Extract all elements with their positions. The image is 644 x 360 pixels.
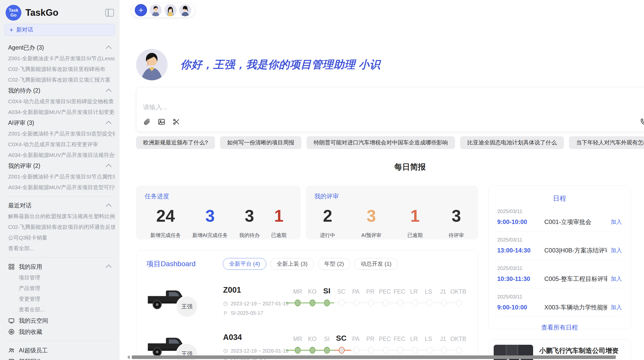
event-date: 2025/03/11	[497, 265, 622, 271]
item-label: 我的收藏	[19, 328, 42, 336]
join-link[interactable]: 加入	[611, 304, 622, 311]
scissors-icon[interactable]	[172, 118, 180, 126]
tab-new-platform[interactable]: 全新平台 (4)	[223, 258, 266, 270]
item-label: AI超级员工	[19, 347, 48, 354]
stat-pending-review: 3 待评审	[449, 207, 464, 239]
dashboard-title: 项目Dashboard	[147, 259, 223, 269]
sidebar-item-my-apps[interactable]: 我的应用	[5, 261, 115, 272]
section-title: 我的待办 (2)	[8, 87, 40, 95]
event-name: X003-车辆动力学性能验...	[544, 303, 607, 311]
event-time: 10:30-11:30	[497, 275, 544, 282]
sidebar-item-write-helper[interactable]: 帮我写作	[5, 356, 115, 360]
list-item[interactable]: A034-全新新能源MUV产品开发项目计划变更表编写	[5, 107, 115, 117]
list-item[interactable]: A034-全新新能源MUV产品开发项目造型可行性评审	[5, 182, 115, 193]
sidebar-item-ai-staff[interactable]: AI超级员工	[5, 345, 115, 356]
section-agent-done[interactable]: Agent已办 (3)	[5, 42, 115, 53]
suggestion-chip[interactable]: 欧洲新规最近颁布了什么?	[136, 136, 215, 149]
project-visual: 王强	[147, 283, 211, 317]
chevron-up-icon	[106, 121, 112, 127]
main-content: 你好，王强，我是你的项目管理助理 小识 欧洲新规最近颁布了什么? 如何写一份清晰…	[120, 49, 644, 360]
section-my-review[interactable]: 我的评审 (2)	[5, 160, 115, 171]
schedule-event: 2025/03/11 13:00-14:30 C003|H0B-方案冻结评审 加…	[497, 231, 622, 260]
chevron-up-icon	[106, 88, 112, 94]
suggestion-chip[interactable]: 如何写一份清晰的项目周报	[220, 136, 301, 149]
event-name: C001-立项审批会	[544, 218, 607, 226]
suggestion-chip[interactable]: 特朗普可能对进口汽车增税会对中国车企造成哪些影响	[306, 136, 455, 149]
sidebar-item-favorites[interactable]: 我的收藏	[5, 326, 115, 337]
list-item[interactable]: Z001-全新燃油皮卡产品开发项目SI节点Lesson Learn报告	[5, 53, 115, 64]
app-logo: Task Go	[6, 5, 21, 21]
scroll-left-arrow[interactable]	[127, 355, 130, 359]
list-item[interactable]: 公司Q3轻卡销量	[5, 232, 115, 243]
dashboard-tabs: 全新平台 (4) 全新上装 (3) 年型 (2) 动总开发 (1)	[223, 258, 398, 270]
section-my-todo[interactable]: 我的待办 (2)	[5, 85, 115, 96]
scrollbar-thumb[interactable]	[132, 355, 616, 359]
composer	[136, 87, 644, 132]
view-all-schedule-link[interactable]: 查看所有日程	[497, 323, 622, 332]
suggestion-chips: 欧洲新规最近颁布了什么? 如何写一份清晰的项目周报 特朗普可能对进口汽车增税会对…	[136, 136, 644, 149]
sidebar-collapse-icon[interactable]	[105, 9, 114, 17]
sidebar-item-change-mgmt[interactable]: 变更管理	[5, 294, 115, 304]
suggestion-chip[interactable]: 当下年轻人对汽车外观有怎样的喜好趋势	[569, 136, 644, 149]
list-item[interactable]: C0X4-动力总成开发项目SI里程碑提交物检查	[5, 96, 115, 107]
event-time: 13:00-14:30	[497, 247, 544, 254]
task-progress-card: 任务进度 24 新增完成任务 3 新增AI完成任务	[136, 186, 301, 239]
logo-line1: Task	[9, 8, 18, 13]
list-item[interactable]: C02-飞腾新能源轻客改款项目的闭环通告反馈情况	[5, 222, 115, 232]
tab-model-year[interactable]: 年型 (2)	[318, 258, 350, 270]
card-title: 我的评审	[314, 192, 470, 200]
suggestion-chip[interactable]: 比亚迪全固态电池计划具体说了什么	[460, 136, 564, 149]
new-chat-label: 新对话	[16, 26, 33, 34]
list-item[interactable]: 解释最新出台的欧盟报废车法规再生塑料比例被调至15%...	[5, 211, 115, 222]
join-link[interactable]: 加入	[611, 247, 622, 254]
tab-powertrain[interactable]: 动总开发 (1)	[354, 258, 398, 270]
attachment-icon[interactable]	[143, 118, 151, 126]
sidebar-item-cloud-space[interactable]: 我的云空间	[5, 315, 115, 326]
sidebar-item-product-mgmt[interactable]: 产品管理	[5, 283, 115, 294]
stat-overdue: 1 已逾期	[271, 207, 286, 239]
project-name: Z001	[223, 286, 290, 295]
topbar: + 王强	[120, 0, 644, 18]
list-item[interactable]: Z001-全新燃油轻卡产品开发项目SI造型提交物评审	[5, 128, 115, 139]
project-owner-badge: 王强	[176, 296, 198, 318]
card-title: 任务进度	[145, 192, 292, 200]
join-link[interactable]: 加入	[611, 275, 622, 283]
assistant-avatar	[136, 49, 168, 80]
current-milestone-label: SI	[319, 287, 334, 295]
greeting-text: 你好，王强，我是你的项目管理助理 小识	[180, 57, 380, 72]
timeline-nodes	[290, 298, 466, 307]
apps-grid-icon	[8, 263, 15, 270]
schedule-event: 2025/03/11 9:00-10:00 C001-立项审批会 加入	[497, 203, 622, 231]
stat-my-todo: 3 我的待办	[239, 207, 260, 239]
scrollbar-track[interactable]	[132, 355, 644, 359]
new-chat-button[interactable]: + 新对话	[5, 24, 115, 36]
list-item[interactable]: C02-飞腾新能源轻客改款项目里程碑画布	[5, 64, 115, 74]
chevron-up-icon	[106, 203, 112, 209]
list-item[interactable]: C0X4-动力总成开发项目工程变更评审	[5, 139, 115, 150]
phone-icon[interactable]	[640, 118, 644, 126]
sidebar-item-project-mgmt[interactable]: 项目管理	[5, 272, 115, 283]
section-title: 最近对话	[8, 202, 32, 209]
join-link[interactable]: 加入	[611, 218, 622, 226]
view-all-chats[interactable]: 查看全部...	[5, 243, 115, 254]
list-item[interactable]: A034-全新新能源MUV产品开发项目法规符合性评审	[5, 150, 115, 160]
view-all-apps[interactable]: 查看全部...	[5, 304, 115, 315]
favorites-medal-icon	[8, 328, 15, 335]
writing-icon	[8, 358, 15, 360]
my-review-card: 我的评审 2 进行中 3 AI预评审	[306, 186, 478, 239]
section-recent-chats[interactable]: 最近对话	[5, 200, 115, 211]
tab-new-body[interactable]: 全新上装 (3)	[270, 258, 314, 270]
section-ai-review[interactable]: AI评审 (3)	[5, 117, 115, 128]
agent-avatar-2[interactable]	[164, 4, 177, 16]
milestone-timeline: MRKOSISCPAPRPECFECLRLSJ1OKTB	[290, 331, 468, 355]
list-item[interactable]: C02-飞腾新能源轻客改款项目立项汇报方案	[5, 74, 115, 85]
agent-avatar-3[interactable]	[179, 4, 191, 16]
current-milestone-label: SC	[334, 334, 348, 342]
section-title: AI评审 (3)	[8, 119, 34, 127]
image-icon[interactable]	[158, 118, 165, 126]
add-agent-button[interactable]: +	[135, 4, 147, 16]
list-item[interactable]: Z001-全新燃油轻卡产品开发项目SI节点属性5D文件评审	[5, 171, 115, 182]
agent-avatar-1[interactable]	[150, 4, 162, 16]
chat-input[interactable]	[143, 91, 644, 116]
stat-new-done: 24 新增完成任务	[150, 207, 181, 239]
